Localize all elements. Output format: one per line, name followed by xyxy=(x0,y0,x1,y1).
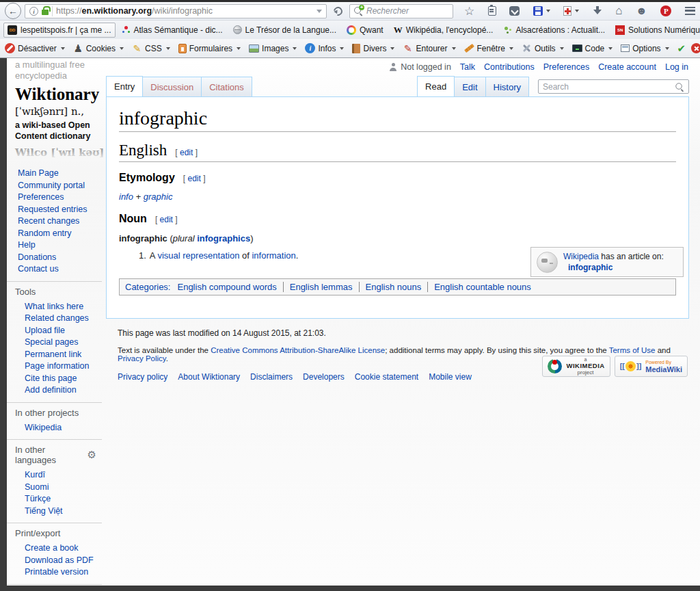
devbar-menu-disable[interactable]: Désactiver xyxy=(5,43,65,53)
browser-search-input[interactable] xyxy=(366,6,449,16)
tab-entry[interactable]: Entry xyxy=(106,76,143,96)
tab-citations[interactable]: Citations xyxy=(201,77,252,96)
wikimedia-badge[interactable]: a WIKIMEDIA project xyxy=(542,356,610,377)
link-cc-license[interactable]: Creative Commons Attribution-ShareAlike … xyxy=(211,346,385,354)
wiki-search-input[interactable] xyxy=(543,82,675,92)
footer-link-about[interactable]: About Wiktionary xyxy=(178,372,240,382)
link-visual-representation[interactable]: visual representation xyxy=(157,250,239,261)
personal-link-contributions[interactable]: Contributions xyxy=(484,62,535,72)
bookmark-item[interactable]: SNSolutions Numériques ... xyxy=(611,23,700,38)
wiktionary-logo[interactable]: a multilingual free encyclopedia Wiktion… xyxy=(7,58,106,159)
sidebar-item-lang-suomi[interactable]: Suomi xyxy=(7,482,102,494)
link-graphic[interactable]: graphic xyxy=(144,192,173,202)
sidebar-item-wikipedia[interactable]: Wikipedia xyxy=(7,422,102,434)
bookmark-item[interactable]: Alsacréations : Actualit... xyxy=(499,23,609,38)
link-info[interactable]: info xyxy=(119,192,133,202)
language-settings-gear-icon[interactable] xyxy=(88,449,96,461)
wiki-search-box[interactable] xyxy=(538,79,689,94)
bookmarks-sidebar-icon[interactable] xyxy=(488,6,496,16)
devbar-menu-infos[interactable]: Infos xyxy=(305,43,344,53)
edit-link[interactable]: edit xyxy=(160,215,173,224)
sidebar-item-download-as-pdf[interactable]: Download as PDF xyxy=(7,555,102,567)
home-icon[interactable] xyxy=(615,4,622,18)
link-wikipedia[interactable]: Wikipedia xyxy=(563,252,599,261)
personal-link-log-in[interactable]: Log in xyxy=(665,62,688,72)
sidebar-item-upload-file[interactable]: Upload file xyxy=(7,325,102,337)
tab-edit[interactable]: Edit xyxy=(454,77,485,96)
sidebar-item-lang-turkce[interactable]: Türkçe xyxy=(7,493,102,505)
pinterest-icon[interactable]: P xyxy=(660,5,671,16)
search-icon[interactable] xyxy=(675,82,684,91)
back-button[interactable] xyxy=(5,3,21,19)
downloads-icon[interactable] xyxy=(593,6,602,16)
url-bar[interactable]: https://en.wiktionary.org/wiki/infograph… xyxy=(25,4,327,18)
browser-search-box[interactable] xyxy=(349,4,453,18)
tab-read[interactable]: Read xyxy=(417,76,455,96)
edit-link[interactable]: edit xyxy=(180,148,193,157)
url-dropdown-icon[interactable] xyxy=(317,10,322,13)
bookmark-item[interactable]: WWikipédia, l'encyclopé... xyxy=(390,23,498,38)
addon-icon[interactable] xyxy=(563,6,571,16)
personal-link-create-account[interactable]: Create account xyxy=(598,62,656,72)
sidebar-item-random-entry[interactable]: Random entry xyxy=(7,228,102,240)
mediawiki-badge[interactable]: [[]] Powered By MediaWiki xyxy=(615,356,688,377)
category-link[interactable]: English countable nouns xyxy=(427,282,531,292)
pocket-icon[interactable] xyxy=(509,6,520,16)
link-infographics[interactable]: infographics xyxy=(197,233,250,244)
footer-link-developers[interactable]: Developers xyxy=(303,372,345,382)
sidebar-item-preferences[interactable]: Preferences xyxy=(7,192,102,204)
sidebar-item-add-definition[interactable]: Add definition xyxy=(7,384,102,397)
edit-link[interactable]: edit xyxy=(187,174,200,183)
bookmark-item[interactable]: Le Trésor de la Langue... xyxy=(229,23,340,38)
search-icon[interactable] xyxy=(353,6,363,16)
link-wikipedia-infographic[interactable]: infographic xyxy=(568,263,612,272)
chat-icon[interactable] xyxy=(636,5,647,17)
link-terms-of-use[interactable]: Terms of Use xyxy=(609,346,656,354)
bookmark-item[interactable]: DDlespetitspois.fr | ça me ... xyxy=(3,23,116,38)
tab-history[interactable]: History xyxy=(485,77,529,96)
devbar-menu-tools[interactable]: Outils xyxy=(522,43,564,53)
devbar-menu-images[interactable]: Images xyxy=(249,44,297,53)
sidebar-item-permanent-link[interactable]: Permanent link xyxy=(7,349,102,361)
validation-ok-icon[interactable] xyxy=(677,42,686,55)
menu-icon[interactable] xyxy=(685,7,695,15)
page-info-icon[interactable] xyxy=(29,7,38,16)
reload-button[interactable] xyxy=(332,5,344,17)
devbar-menu-cookies[interactable]: Cookies xyxy=(73,43,124,53)
tab-discussion[interactable]: Discussion xyxy=(142,77,202,96)
footer-link-disclaimers[interactable]: Disclaimers xyxy=(250,372,293,382)
https-lock-icon[interactable] xyxy=(42,10,49,15)
footer-link-cookie-statement[interactable]: Cookie statement xyxy=(355,372,418,382)
addon-dropdown-icon[interactable] xyxy=(575,10,579,12)
bookmark-star-icon[interactable] xyxy=(464,4,474,18)
sidebar-item-lang-kurdi[interactable]: Kurdî xyxy=(7,469,102,482)
category-link[interactable]: English lemmas xyxy=(283,282,353,292)
devbar-menu-outline[interactable]: Entourer xyxy=(403,43,455,53)
personal-link-preferences[interactable]: Preferences xyxy=(543,62,589,72)
devbar-menu-code[interactable]: Code xyxy=(572,44,613,53)
sidebar-item-community-portal[interactable]: Community portal xyxy=(7,180,102,192)
sidebar-item-recent-changes[interactable]: Recent changes xyxy=(7,215,102,228)
category-link[interactable]: English nouns xyxy=(359,282,422,292)
sidebar-item-requested-entries[interactable]: Requested entries xyxy=(7,204,102,216)
bookmark-item[interactable]: Qwant xyxy=(342,23,388,38)
save-dropdown-icon[interactable] xyxy=(546,10,550,12)
devbar-menu-css[interactable]: CSS xyxy=(132,43,170,53)
link-privacy-policy[interactable]: Privacy Policy xyxy=(118,354,166,363)
sidebar-item-lang-tieng-viet[interactable]: Tiếng Việt xyxy=(7,505,102,518)
sidebar-item-page-information[interactable]: Page information xyxy=(7,360,102,373)
validation-error-icon[interactable] xyxy=(691,43,700,53)
sidebar-item-help[interactable]: Help xyxy=(7,239,102,252)
link-information[interactable]: information xyxy=(252,250,295,261)
personal-link-talk[interactable]: Talk xyxy=(460,62,475,72)
sidebar-item-printable-version[interactable]: Printable version xyxy=(7,566,102,579)
categories-label-link[interactable]: Categories: xyxy=(125,282,170,292)
devbar-menu-forms[interactable]: Formulaires xyxy=(178,44,241,53)
devbar-menu-misc[interactable]: Divers xyxy=(352,44,394,53)
devbar-menu-window[interactable]: Fenêtre xyxy=(464,43,513,53)
sidebar-item-related-changes[interactable]: Related changes xyxy=(7,313,102,325)
bookmark-item[interactable]: Atlas Sémantique - dic... xyxy=(118,23,227,38)
footer-link-mobile-view[interactable]: Mobile view xyxy=(429,372,472,382)
save-page-icon[interactable] xyxy=(533,6,543,16)
devbar-menu-options[interactable]: Options xyxy=(621,44,669,53)
